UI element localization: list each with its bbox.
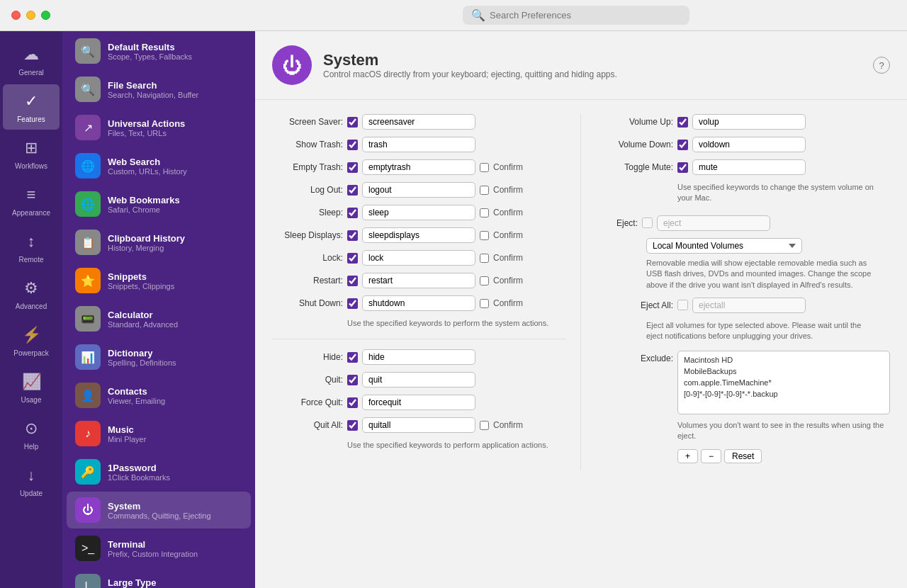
shut-down-input[interactable] <box>362 295 475 311</box>
quit-all-confirm-checkbox[interactable] <box>480 421 489 430</box>
sidebar-icon-general[interactable]: ☁General <box>3 38 60 83</box>
quit-all-checkbox[interactable] <box>347 420 358 431</box>
exclude-remove-button[interactable]: − <box>701 449 721 463</box>
sleep-confirm-label: Confirm <box>493 208 523 217</box>
large-type-text: Large Type Display, Font <box>108 577 156 589</box>
sidebar-icon-powerpack[interactable]: ⚡Powerpack <box>3 318 60 363</box>
eject-dropdown[interactable]: Local Mounted VolumesRemote VolumesAll V… <box>646 238 802 254</box>
help-button[interactable]: ? <box>873 57 890 74</box>
sidebar-item-default-results[interactable]: 🔍 Default Results Scope, Types, Fallback… <box>67 33 251 69</box>
force-quit-input[interactable] <box>362 395 475 410</box>
exclude-label: Exclude: <box>595 351 673 363</box>
sleep-confirm-checkbox[interactable] <box>480 208 489 217</box>
log-out-confirm-checkbox[interactable] <box>480 186 489 195</box>
show-trash-checkbox[interactable] <box>347 140 358 150</box>
sidebar-icon-help[interactable]: ⊙Help <box>3 412 60 457</box>
lock-input[interactable] <box>362 250 475 266</box>
volume-up-input[interactable] <box>692 114 806 130</box>
restart-input[interactable] <box>362 273 475 288</box>
empty-trash-checkbox[interactable] <box>347 162 358 173</box>
shut-down-confirm-checkbox[interactable] <box>480 299 489 308</box>
empty-trash-confirm-checkbox[interactable] <box>480 163 489 172</box>
sidebar-item-web-bookmarks[interactable]: 🌐 Web Bookmarks Safari, Chrome <box>67 186 251 222</box>
sleep-input[interactable] <box>362 205 475 220</box>
hide-checkbox[interactable] <box>347 352 358 363</box>
minimize-button[interactable] <box>26 11 35 20</box>
lock-checkbox[interactable] <box>347 253 358 264</box>
log-out-input[interactable] <box>362 182 475 198</box>
screen-saver-checkbox[interactable] <box>347 117 358 128</box>
sidebar-icon-features[interactable]: ✓Features <box>3 84 60 130</box>
eject-input[interactable] <box>657 215 770 231</box>
exclude-add-button[interactable]: + <box>677 449 698 463</box>
sidebar-item-terminal[interactable]: >_ Terminal Prefix, Custom Integration <box>67 530 251 567</box>
sleep-displays-input[interactable] <box>362 227 475 243</box>
sidebar-item-contacts[interactable]: 👤 Contacts Viewer, Emailing <box>67 377 251 414</box>
quit-all-input[interactable] <box>362 417 475 433</box>
sleep-displays-checkbox[interactable] <box>347 230 358 241</box>
sidebar-item-dictionary[interactable]: 📊 Dictionary Spelling, Definitions <box>67 339 251 375</box>
web-bookmarks-text: Web Bookmarks Safari, Chrome <box>108 195 180 214</box>
volume-down-checkbox[interactable] <box>677 140 688 150</box>
shut-down-checkbox[interactable] <box>347 298 358 309</box>
eject-section: Eject: Local Mounted VolumesRemote Volum… <box>595 215 890 290</box>
sleep-displays-label: Sleep Displays: <box>272 230 343 240</box>
exclude-reset-button[interactable]: Reset <box>724 449 762 463</box>
form-row-hide: Hide: <box>272 349 566 365</box>
sidebar-icon-workflows[interactable]: ⊞Workflows <box>3 131 60 176</box>
form-row-toggle-mute: Toggle Mute: <box>595 159 890 175</box>
sidebar-icon-remote[interactable]: ↕Remote <box>3 225 60 270</box>
sidebar-item-music[interactable]: ♪ Music Mini Player <box>67 415 251 452</box>
sleep-displays-confirm-checkbox[interactable] <box>480 231 489 240</box>
search-input[interactable] <box>490 10 681 21</box>
content-area: ⏻ System Control macOS directly from you… <box>255 31 907 588</box>
general-label: General <box>18 69 44 77</box>
sidebar-icon-advanced[interactable]: ⚙Advanced <box>3 271 60 317</box>
sidebar-icon-usage[interactable]: 📈Usage <box>3 365 60 410</box>
sidebar-item-file-search[interactable]: 🔍 File Search Search, Navigation, Buffer <box>67 71 251 108</box>
show-trash-input[interactable] <box>362 137 475 152</box>
web-search-subtitle: Custom, URLs, History <box>108 167 187 176</box>
eject-all-input[interactable] <box>692 298 806 313</box>
volume-down-input[interactable] <box>692 137 806 152</box>
sidebar-item-clipboard-history[interactable]: 📋 Clipboard History History, Merging <box>67 224 251 261</box>
sidebar-icon-appearance[interactable]: ≡Appearance <box>3 178 60 223</box>
general-icon: ☁ <box>20 43 43 66</box>
quit-input[interactable] <box>362 372 475 388</box>
toggle-mute-input[interactable] <box>692 159 806 175</box>
lock-confirm-checkbox[interactable] <box>480 254 489 263</box>
force-quit-checkbox[interactable] <box>347 397 358 408</box>
sidebar-item-calculator[interactable]: 📟 Calculator Standard, Advanced <box>67 300 251 337</box>
quit-checkbox[interactable] <box>347 375 358 385</box>
contacts-subtitle: Viewer, Emailing <box>108 397 165 405</box>
toggle-mute-checkbox[interactable] <box>677 162 688 173</box>
sidebar-icon-update[interactable]: ↓Update <box>3 458 60 504</box>
restart-confirm-checkbox[interactable] <box>480 276 489 285</box>
volume-up-checkbox[interactable] <box>677 117 688 128</box>
contacts-title: Contacts <box>108 386 165 397</box>
sidebar-item-system[interactable]: ⏻ System Commands, Quitting, Ejecting <box>67 492 251 528</box>
screen-saver-input[interactable] <box>362 114 475 130</box>
form-row-quit-all: Quit All: Confirm <box>272 417 566 433</box>
sidebar-item-snippets[interactable]: ⭐ Snippets Snippets, Clippings <box>67 262 251 299</box>
sidebar-item-universal-actions[interactable]: ↗ Universal Actions Files, Text, URLs <box>67 109 251 146</box>
sidebar-item-large-type[interactable]: L Large Type Display, Font <box>67 568 251 588</box>
search-bar[interactable]: 🔍 <box>463 6 689 25</box>
sidebar-item-1password[interactable]: 🔑 1Password 1Click Bookmarks <box>67 453 251 490</box>
sleep-checkbox[interactable] <box>347 208 358 218</box>
page-description: Control macOS directly from your keyboar… <box>323 69 617 79</box>
maximize-button[interactable] <box>41 11 50 20</box>
restart-checkbox[interactable] <box>347 276 358 286</box>
eject-all-note: Eject all volumes for type selected abov… <box>646 320 873 342</box>
hide-input[interactable] <box>362 349 475 365</box>
close-button[interactable] <box>11 11 21 20</box>
snippets-subtitle: Snippets, Clippings <box>108 282 174 290</box>
sidebar-item-web-search[interactable]: 🌐 Web Search Custom, URLs, History <box>67 147 251 184</box>
content-left: Screen Saver: Show Trash: Empty Trash: C… <box>272 114 580 470</box>
log-out-checkbox[interactable] <box>347 185 358 196</box>
eject-checkbox[interactable] <box>642 217 653 228</box>
eject-all-checkbox[interactable] <box>677 300 688 310</box>
empty-trash-input[interactable] <box>362 159 475 175</box>
main-container: ☁General✓Features⊞Workflows≡Appearance↕R… <box>0 31 907 588</box>
form-row-quit: Quit: <box>272 372 566 388</box>
